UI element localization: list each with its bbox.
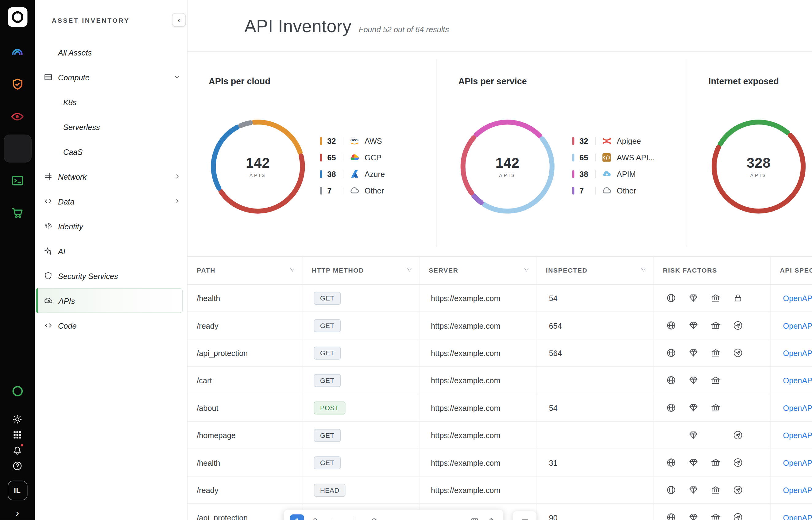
legend-label: AWS API... [617, 153, 655, 162]
legend-item-apigee[interactable]: 32 Apigee [572, 135, 655, 146]
visibility-eye-icon[interactable] [3, 102, 31, 130]
expand-rail-chevron-icon[interactable]: › [16, 508, 19, 518]
legend-item-other[interactable]: 7 Other [320, 185, 385, 196]
sidebar-item-code[interactable]: Code [35, 313, 187, 338]
chevron-right-icon[interactable] [173, 198, 181, 205]
gem-icon [688, 348, 711, 358]
globe-icon [666, 458, 688, 468]
sidebar-item-identity[interactable]: Identity [35, 214, 187, 238]
legend-item-aws[interactable]: 32 aws AWS [320, 135, 385, 146]
risk-factors-cell [654, 312, 770, 339]
cloud-overview-icon[interactable] [3, 38, 31, 66]
table-row[interactable]: /health GET https://example.com 54 OpenA… [188, 285, 812, 312]
legend-item-other[interactable]: 7 Other [572, 185, 655, 196]
sidebar-collapse-button[interactable]: ‹ [172, 13, 186, 27]
column-header-path[interactable]: PATH [188, 257, 302, 284]
sidebar-item-ai[interactable]: AI [35, 238, 187, 263]
supply-chain-cart-icon[interactable] [3, 199, 31, 227]
workloads-terminal-icon[interactable] [3, 166, 31, 194]
sidebar-item-network[interactable]: Network [35, 164, 187, 189]
cloud-icon [601, 185, 613, 197]
refresh-icon[interactable] [368, 515, 380, 520]
posture-shield-icon[interactable] [3, 71, 31, 98]
table-header-row: PATH HTTP METHOD SERVER INSPECTED RISK F… [188, 257, 812, 285]
rail-nav [3, 38, 31, 231]
table-row[interactable]: /api_protection GET https://example.com … [188, 339, 812, 367]
table-row[interactable]: /ready HEAD https://example.com OpenAPI [188, 476, 812, 504]
api-inventory-icon[interactable] [3, 135, 31, 162]
inspected-value: 564 [549, 348, 562, 358]
app-logo[interactable] [7, 7, 27, 27]
filter-icon[interactable] [640, 266, 647, 275]
identity-icon [44, 222, 53, 231]
api-spec-link[interactable]: OpenAPI [783, 348, 812, 358]
api-spec-link[interactable]: OpenAPI [783, 321, 812, 330]
gem-icon [688, 485, 711, 495]
table-row[interactable]: /ready GET https://example.com 654 OpenA… [188, 312, 812, 339]
apps-grid-icon[interactable] [8, 427, 26, 442]
svg-text:aws: aws [350, 137, 359, 142]
table-settings-button[interactable] [513, 511, 537, 520]
http-method-badge: GET [314, 319, 341, 332]
page-2-button[interactable]: 2 [308, 514, 322, 520]
sidebar-item-compute[interactable]: Compute [35, 65, 187, 89]
legend-item-azure[interactable]: 38 Azure [320, 168, 385, 179]
column-header-server[interactable]: SERVER [419, 257, 536, 284]
charts-section: APIs per cloud APIs per service Internet… [188, 52, 812, 257]
chevron-right-icon[interactable] [173, 173, 181, 180]
user-avatar[interactable]: IL [7, 481, 27, 500]
next-page-button[interactable]: › [326, 514, 340, 520]
legend-item-gcp[interactable]: 65 GCP [320, 152, 385, 163]
api-spec-link[interactable]: OpenAPI [783, 431, 812, 440]
sidebar-item-apis[interactable]: APIs [36, 288, 183, 313]
column-header-http-method[interactable]: HTTP METHOD [302, 257, 419, 284]
page-1-button[interactable]: 1 [290, 514, 304, 520]
plane-icon [733, 320, 755, 331]
page-title: API Inventory [245, 0, 352, 52]
app-root: IL › ASSET INVENTORY ‹ All Assets Comput… [0, 0, 812, 520]
sidebar-item-all-assets[interactable]: All Assets [35, 40, 187, 65]
sidebar-item-data[interactable]: Data [35, 189, 187, 214]
http-method-badge: POST [314, 401, 345, 414]
table-row[interactable]: /about POST https://example.com 54 OpenA… [188, 394, 812, 422]
filter-icon[interactable] [523, 266, 530, 275]
api-spec-link[interactable]: OpenAPI [783, 513, 812, 520]
sidebar-item-security-services[interactable]: Security Services [35, 263, 187, 288]
bank-icon [710, 485, 733, 495]
table-row[interactable]: /homepage GET https://example.com OpenAP… [188, 422, 812, 449]
sidebar-item-serverless[interactable]: Serverless [35, 114, 187, 139]
column-header-risk-factors[interactable]: RISK FACTORS [654, 257, 770, 284]
api-spec-link[interactable]: OpenAPI [783, 486, 812, 495]
inspected-value: 54 [549, 403, 558, 412]
column-header-api-spec[interactable]: API SPEC [770, 257, 812, 284]
table-row[interactable]: /cart GET https://example.com OpenAPI [188, 367, 812, 394]
table-row[interactable]: /health GET https://example.com 31 OpenA… [188, 449, 812, 476]
inspected-value: 654 [549, 321, 562, 330]
page-header: API Inventory Found 52 out of 64 results [188, 0, 812, 52]
path-value: /ready [197, 321, 218, 330]
column-header-inspected[interactable]: INSPECTED [536, 257, 653, 284]
settings-gear-icon[interactable] [8, 412, 26, 427]
api-spec-link[interactable]: OpenAPI [783, 294, 812, 303]
ring-logo-icon[interactable] [8, 383, 26, 399]
sidebar-item-label: CaaS [63, 147, 82, 156]
help-icon[interactable] [8, 458, 26, 473]
legend-item-aws-api-gateway[interactable]: 65 AWS API... [572, 152, 655, 163]
risk-factors-cell [654, 394, 770, 421]
api-spec-link[interactable]: OpenAPI [783, 458, 812, 467]
legend-color-chip [572, 137, 574, 145]
bank-icon [710, 375, 733, 385]
api-spec-link[interactable]: OpenAPI [783, 376, 812, 385]
columns-icon[interactable] [468, 515, 481, 520]
notifications-bell-icon[interactable] [8, 442, 26, 458]
chevron-down-icon[interactable] [173, 74, 181, 81]
filter-icon[interactable] [406, 266, 413, 275]
export-icon[interactable] [485, 515, 497, 520]
legend-item-apim[interactable]: 38 APIM [572, 168, 655, 179]
filter-icon[interactable] [289, 266, 296, 275]
sidebar-item-caas[interactable]: CaaS [35, 139, 187, 164]
apim-icon [601, 168, 613, 180]
sidebar-item-k8s[interactable]: K8s [35, 89, 187, 114]
risk-factors-cell [654, 285, 770, 312]
legend-value: 7 [327, 186, 341, 195]
